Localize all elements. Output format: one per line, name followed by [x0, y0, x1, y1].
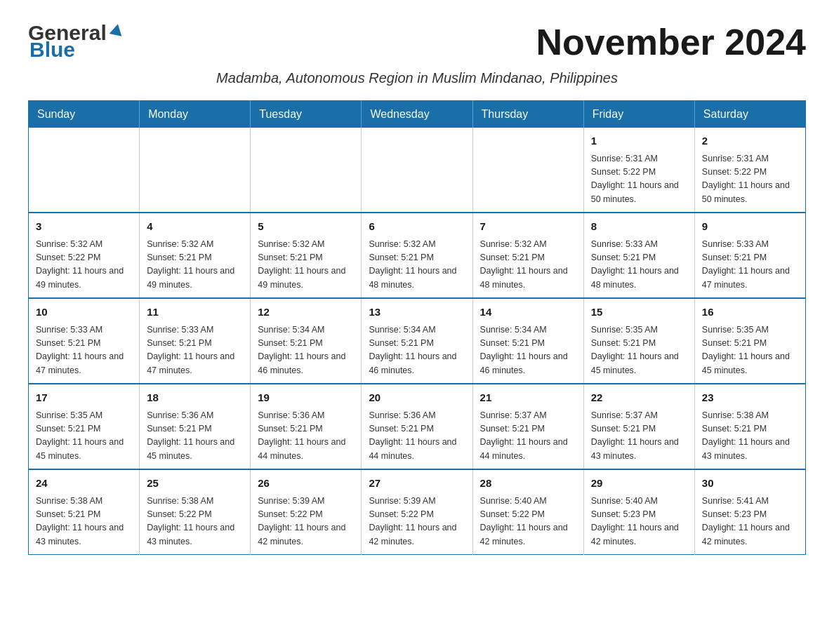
- day-number: 14: [480, 304, 576, 321]
- day-number: 11: [147, 304, 243, 321]
- day-number: 30: [702, 476, 798, 492]
- calendar-cell: 16Sunrise: 5:35 AMSunset: 5:21 PMDayligh…: [694, 298, 805, 384]
- day-number: 26: [258, 476, 354, 492]
- day-info: Sunrise: 5:34 AMSunset: 5:21 PMDaylight:…: [369, 323, 465, 378]
- calendar-cell: 29Sunrise: 5:40 AMSunset: 5:23 PMDayligh…: [583, 469, 694, 555]
- weekday-header-thursday: Thursday: [472, 101, 583, 128]
- day-info: Sunrise: 5:38 AMSunset: 5:21 PMDaylight:…: [702, 409, 798, 464]
- weekday-header-saturday: Saturday: [694, 101, 805, 128]
- calendar-cell: [362, 128, 472, 213]
- page-title: November 2024: [536, 21, 806, 63]
- day-info: Sunrise: 5:34 AMSunset: 5:21 PMDaylight:…: [480, 323, 576, 378]
- calendar-cell: 7Sunrise: 5:32 AMSunset: 5:21 PMDaylight…: [472, 213, 583, 298]
- day-number: 3: [36, 219, 132, 235]
- day-info: Sunrise: 5:37 AMSunset: 5:21 PMDaylight:…: [591, 409, 687, 464]
- day-info: Sunrise: 5:35 AMSunset: 5:21 PMDaylight:…: [702, 323, 798, 378]
- calendar-cell: 2Sunrise: 5:31 AMSunset: 5:22 PMDaylight…: [694, 128, 805, 213]
- logo: General Blue: [28, 21, 126, 62]
- calendar-table: SundayMondayTuesdayWednesdayThursdayFrid…: [28, 100, 806, 555]
- day-info: Sunrise: 5:37 AMSunset: 5:21 PMDaylight:…: [480, 409, 576, 464]
- day-number: 12: [258, 304, 354, 321]
- day-info: Sunrise: 5:32 AMSunset: 5:21 PMDaylight:…: [258, 238, 354, 293]
- calendar-cell: 25Sunrise: 5:38 AMSunset: 5:22 PMDayligh…: [140, 469, 251, 555]
- calendar-cell: 20Sunrise: 5:36 AMSunset: 5:21 PMDayligh…: [362, 384, 472, 469]
- day-info: Sunrise: 5:35 AMSunset: 5:21 PMDaylight:…: [36, 409, 132, 464]
- day-info: Sunrise: 5:36 AMSunset: 5:21 PMDaylight:…: [147, 409, 243, 464]
- day-number: 9: [702, 219, 798, 235]
- day-number: 7: [480, 219, 576, 235]
- calendar-week-5: 24Sunrise: 5:38 AMSunset: 5:21 PMDayligh…: [29, 469, 806, 555]
- calendar-cell: 10Sunrise: 5:33 AMSunset: 5:21 PMDayligh…: [29, 298, 140, 384]
- weekday-header-wednesday: Wednesday: [362, 101, 472, 128]
- calendar-cell: 30Sunrise: 5:41 AMSunset: 5:23 PMDayligh…: [694, 469, 805, 555]
- day-number: 5: [258, 219, 354, 235]
- calendar-week-3: 10Sunrise: 5:33 AMSunset: 5:21 PMDayligh…: [29, 298, 806, 384]
- calendar-cell: 17Sunrise: 5:35 AMSunset: 5:21 PMDayligh…: [29, 384, 140, 469]
- calendar-cell: 15Sunrise: 5:35 AMSunset: 5:21 PMDayligh…: [583, 298, 694, 384]
- logo-triangle-icon: [108, 22, 125, 39]
- calendar-cell: 23Sunrise: 5:38 AMSunset: 5:21 PMDayligh…: [694, 384, 805, 469]
- day-number: 10: [36, 304, 132, 321]
- day-number: 4: [147, 219, 243, 235]
- calendar-cell: 28Sunrise: 5:40 AMSunset: 5:22 PMDayligh…: [472, 469, 583, 555]
- day-info: Sunrise: 5:34 AMSunset: 5:21 PMDaylight:…: [258, 323, 354, 378]
- calendar-cell: 9Sunrise: 5:33 AMSunset: 5:21 PMDaylight…: [694, 213, 805, 298]
- calendar-cell: [472, 128, 583, 213]
- calendar-cell: 24Sunrise: 5:38 AMSunset: 5:21 PMDayligh…: [29, 469, 140, 555]
- day-number: 25: [147, 476, 243, 492]
- weekday-header-row: SundayMondayTuesdayWednesdayThursdayFrid…: [29, 101, 806, 128]
- weekday-header-monday: Monday: [140, 101, 251, 128]
- day-info: Sunrise: 5:38 AMSunset: 5:21 PMDaylight:…: [36, 495, 132, 549]
- day-info: Sunrise: 5:40 AMSunset: 5:22 PMDaylight:…: [480, 495, 576, 549]
- day-info: Sunrise: 5:38 AMSunset: 5:22 PMDaylight:…: [147, 495, 243, 549]
- day-number: 18: [147, 390, 243, 406]
- calendar-cell: 18Sunrise: 5:36 AMSunset: 5:21 PMDayligh…: [140, 384, 251, 469]
- day-number: 24: [36, 476, 132, 492]
- calendar-cell: 14Sunrise: 5:34 AMSunset: 5:21 PMDayligh…: [472, 298, 583, 384]
- weekday-header-sunday: Sunday: [29, 101, 140, 128]
- day-info: Sunrise: 5:36 AMSunset: 5:21 PMDaylight:…: [369, 409, 465, 464]
- day-info: Sunrise: 5:31 AMSunset: 5:22 PMDaylight:…: [591, 152, 687, 207]
- calendar-cell: [29, 128, 140, 213]
- day-number: 27: [369, 476, 465, 492]
- day-info: Sunrise: 5:33 AMSunset: 5:21 PMDaylight:…: [702, 238, 798, 293]
- calendar-cell: 26Sunrise: 5:39 AMSunset: 5:22 PMDayligh…: [251, 469, 362, 555]
- calendar-cell: [140, 128, 251, 213]
- day-number: 17: [36, 390, 132, 406]
- calendar-cell: 27Sunrise: 5:39 AMSunset: 5:22 PMDayligh…: [362, 469, 472, 555]
- day-info: Sunrise: 5:36 AMSunset: 5:21 PMDaylight:…: [258, 409, 354, 464]
- day-info: Sunrise: 5:39 AMSunset: 5:22 PMDaylight:…: [258, 495, 354, 549]
- day-info: Sunrise: 5:33 AMSunset: 5:21 PMDaylight:…: [591, 238, 687, 293]
- calendar-cell: 6Sunrise: 5:32 AMSunset: 5:21 PMDaylight…: [362, 213, 472, 298]
- day-info: Sunrise: 5:40 AMSunset: 5:23 PMDaylight:…: [591, 495, 687, 549]
- day-info: Sunrise: 5:39 AMSunset: 5:22 PMDaylight:…: [369, 495, 465, 549]
- day-number: 13: [369, 304, 465, 321]
- calendar-cell: 13Sunrise: 5:34 AMSunset: 5:21 PMDayligh…: [362, 298, 472, 384]
- day-number: 2: [702, 133, 798, 149]
- calendar-week-1: 1Sunrise: 5:31 AMSunset: 5:22 PMDaylight…: [29, 128, 806, 213]
- day-info: Sunrise: 5:41 AMSunset: 5:23 PMDaylight:…: [702, 495, 798, 549]
- calendar-cell: 11Sunrise: 5:33 AMSunset: 5:21 PMDayligh…: [140, 298, 251, 384]
- day-number: 21: [480, 390, 576, 406]
- day-info: Sunrise: 5:32 AMSunset: 5:21 PMDaylight:…: [147, 238, 243, 293]
- day-number: 16: [702, 304, 798, 321]
- calendar-week-4: 17Sunrise: 5:35 AMSunset: 5:21 PMDayligh…: [29, 384, 806, 469]
- calendar-cell: 3Sunrise: 5:32 AMSunset: 5:22 PMDaylight…: [29, 213, 140, 298]
- day-info: Sunrise: 5:31 AMSunset: 5:22 PMDaylight:…: [702, 152, 798, 207]
- day-number: 19: [258, 390, 354, 406]
- calendar-cell: 22Sunrise: 5:37 AMSunset: 5:21 PMDayligh…: [583, 384, 694, 469]
- day-number: 20: [369, 390, 465, 406]
- calendar-cell: 8Sunrise: 5:33 AMSunset: 5:21 PMDaylight…: [583, 213, 694, 298]
- day-number: 22: [591, 390, 687, 406]
- header: General Blue November 2024: [28, 21, 806, 63]
- day-number: 6: [369, 219, 465, 235]
- day-info: Sunrise: 5:33 AMSunset: 5:21 PMDaylight:…: [36, 323, 132, 378]
- day-info: Sunrise: 5:32 AMSunset: 5:21 PMDaylight:…: [480, 238, 576, 293]
- day-info: Sunrise: 5:32 AMSunset: 5:22 PMDaylight:…: [36, 238, 132, 293]
- calendar-cell: 19Sunrise: 5:36 AMSunset: 5:21 PMDayligh…: [251, 384, 362, 469]
- weekday-header-friday: Friday: [583, 101, 694, 128]
- calendar-cell: 1Sunrise: 5:31 AMSunset: 5:22 PMDaylight…: [583, 128, 694, 213]
- day-number: 15: [591, 304, 687, 321]
- calendar-cell: 5Sunrise: 5:32 AMSunset: 5:21 PMDaylight…: [251, 213, 362, 298]
- day-info: Sunrise: 5:32 AMSunset: 5:21 PMDaylight:…: [369, 238, 465, 293]
